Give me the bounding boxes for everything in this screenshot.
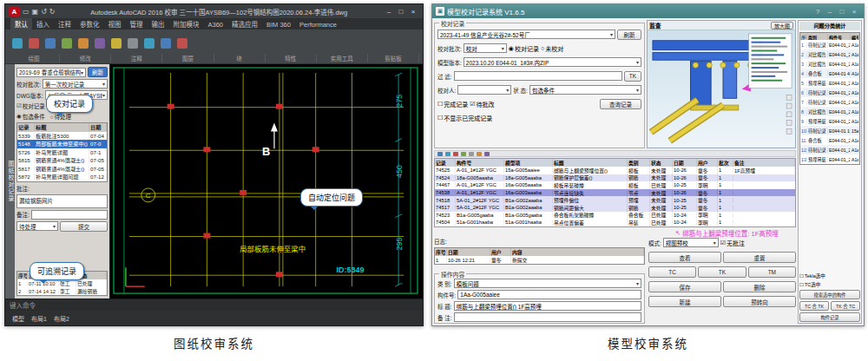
ribbon-tab[interactable]: 视图 bbox=[104, 18, 126, 30]
table-row[interactable]: 8对比报告E044-01_2# 1FA1a-FA01 bbox=[800, 107, 859, 116]
grid-tool-icon[interactable] bbox=[484, 152, 490, 156]
project-select[interactable]: 2023-41-49 信息产业光谷2#-52号厂 ▾ bbox=[437, 30, 615, 39]
dimension-tool-icon[interactable] bbox=[111, 38, 122, 49]
paste-tool-icon[interactable] bbox=[177, 38, 187, 49]
state-select[interactable]: 包选条件 ▾ bbox=[529, 85, 641, 95]
view-button[interactable]: 查看 bbox=[648, 252, 721, 263]
table-row[interactable]: 9预埋吊装E044-01_2# 1FA1a-T001 bbox=[800, 116, 859, 126]
grid-tool-icon[interactable] bbox=[469, 152, 474, 156]
ribbon-tab[interactable]: 默认 bbox=[10, 18, 32, 30]
checker-select[interactable]: ▾ bbox=[457, 85, 511, 95]
ribbon-panel-label[interactable]: 图层 bbox=[162, 54, 214, 62]
refresh-button[interactable]: 刷新 bbox=[88, 67, 108, 77]
note-box[interactable]: 漏绘钢筋网片 bbox=[16, 194, 108, 208]
query-records-button[interactable]: 查询记录 bbox=[600, 99, 641, 109]
ribbon-tab[interactable]: 管理 bbox=[126, 18, 148, 30]
tc-button[interactable]: TC bbox=[648, 266, 696, 278]
category-select[interactable]: 模板问题 ▾ bbox=[454, 279, 641, 288]
table-row[interactable]: 5817钢筋贯通4%混凝土()07-05 bbox=[17, 165, 107, 174]
save-button[interactable]: 保存 bbox=[648, 281, 721, 292]
grid-tool-icon[interactable] bbox=[437, 152, 443, 156]
table-row[interactable]: 74525A-01_1#12F YGC15a-G005aaiee绑筋与上翻梁预埋… bbox=[435, 167, 795, 174]
table-row[interactable]: 5872补马凳筋详图问题07-12 bbox=[17, 173, 107, 181]
table-row[interactable]: 745175A-01_2#12F YGCB1a-G002aaaba钢筋间距偏大钢… bbox=[435, 204, 795, 212]
grid-tool-icon[interactable] bbox=[445, 152, 450, 156]
new-icon[interactable]: ▭ bbox=[23, 8, 30, 16]
properties-tool-icon[interactable] bbox=[161, 38, 171, 49]
ribbon-tab[interactable]: 精选应用 bbox=[227, 18, 262, 30]
table-row[interactable]: 4叠合板E044-01 4# 12FA1a-B003 bbox=[800, 69, 859, 78]
table-row[interactable]: 2对比报告E044-01_2# 1FA1a-FA01 bbox=[800, 49, 859, 59]
table-row[interactable]: 110-26 12:21童冬新提交 bbox=[435, 256, 644, 264]
zoom-view-button[interactable]: 放大图 bbox=[771, 22, 793, 30]
project-select[interactable]: 2019-69 春重仓般钢结构项目 ▾ bbox=[16, 68, 86, 77]
ribbon-tab[interactable]: Performance bbox=[295, 20, 341, 30]
layer-tool-icon[interactable] bbox=[128, 38, 138, 49]
layout-tab[interactable]: 布局1 bbox=[29, 314, 49, 323]
table-row[interactable]: 745185A-01_2#12F YGCB1a-G002aaaba预埋件偏位预埋… bbox=[435, 196, 795, 204]
circle-tool-icon[interactable] bbox=[45, 38, 56, 49]
table-row[interactable]: 5815钢筋贯通4%混凝土()07-05 bbox=[17, 156, 107, 165]
palette-title[interactable]: 图纸校对记录 bbox=[5, 64, 15, 299]
maximize-icon[interactable]: □ bbox=[836, 8, 848, 16]
radio-filter-condition[interactable]: ◉ 包选条件 bbox=[16, 112, 45, 121]
ribbon-tab[interactable]: A360 bbox=[204, 20, 228, 30]
table-row[interactable]: 5预埋吊装E044-01_2# 1FA1a-T001 bbox=[800, 78, 859, 88]
ribbon-tab[interactable]: 注释 bbox=[54, 18, 76, 30]
save-icon[interactable]: ▣ bbox=[32, 8, 39, 16]
ribbon-panel-label[interactable]: 剪贴板 bbox=[368, 54, 419, 62]
ribbon-panel-label[interactable]: 注释 bbox=[111, 54, 162, 62]
batch-select[interactable]: 校对 ▾ bbox=[464, 43, 507, 53]
layout-tab[interactable]: 模型 bbox=[10, 314, 27, 323]
table-row[interactable]: 5148局部板筋未伸至梁中()07-0 bbox=[17, 140, 107, 148]
text-tool-icon[interactable] bbox=[95, 38, 105, 49]
table-row[interactable]: 1待制记录E044-01_2# 1FA1a-T001 bbox=[800, 40, 859, 49]
mode-select[interactable]: 规图预校 ▾ bbox=[663, 238, 719, 247]
ribbon-panel-label[interactable]: 块 bbox=[214, 54, 266, 62]
title-input[interactable]: 绑筋与上翻梁预埋位置() 1F高预埋 bbox=[454, 301, 641, 311]
checkbox-proof-records[interactable]: ☑ 校对记录 bbox=[16, 102, 45, 110]
checkbox-done-records[interactable]: ☐ 完成记录 bbox=[437, 100, 468, 108]
ribbon-panel-label[interactable]: 绘图 bbox=[9, 54, 60, 62]
radio-unreviewed[interactable]: ○ 未校对 bbox=[541, 44, 563, 53]
checkbox-hide-finished[interactable]: ☐ 不显示已完成记录 bbox=[437, 114, 492, 122]
reset-button[interactable]: 重置 bbox=[723, 252, 796, 263]
minimize-icon[interactable]: – bbox=[824, 8, 836, 16]
refresh-button[interactable]: 刷新 bbox=[617, 30, 641, 40]
tk-button[interactable]: TK bbox=[698, 266, 746, 278]
radio-proof-records[interactable]: ◉ 校对记录 bbox=[509, 44, 539, 53]
close-icon[interactable]: × bbox=[407, 8, 419, 16]
tk-to-tc-button[interactable]: TK 合 TC bbox=[831, 301, 860, 311]
tc-to-tk-button[interactable]: TC 合 TK bbox=[799, 301, 829, 311]
drawing-canvas[interactable]: 275 450 295 C B 局部板筋未伸至梁中 ID:5349 bbox=[110, 64, 423, 299]
table-row[interactable]: 74523B1a-G005gaabaB1a-G005gaaba叠合板桁架筋碰撞叠… bbox=[435, 212, 795, 220]
table-row[interactable]: 3对比报告E044-01_2# 1FA1a-FA01 bbox=[800, 59, 859, 69]
search-selected-parts-button[interactable]: 搜索选中的构件 bbox=[799, 290, 860, 299]
table-row[interactable]: 7待制记录E044-01_2# 1FA1a-T001 bbox=[800, 97, 859, 107]
line-tool-icon[interactable] bbox=[12, 38, 23, 49]
command-line[interactable]: 键入命令 bbox=[5, 299, 423, 311]
ribbon-tab[interactable]: 参数化 bbox=[76, 18, 104, 30]
layout-tab[interactable]: 布局2 bbox=[51, 314, 72, 323]
ribbon-panel-label[interactable]: 修改 bbox=[60, 54, 111, 62]
minimize-icon[interactable]: – bbox=[383, 8, 395, 16]
submit-button[interactable]: 提交 bbox=[60, 221, 108, 232]
table-row[interactable]: 12待制记录E044-01_2# 1FA1a-T001 bbox=[800, 145, 859, 154]
table-row[interactable]: 13预埋吊装E044-01_2# 1FA1a-B003 bbox=[800, 154, 859, 164]
ribbon-tab[interactable]: 插入 bbox=[32, 18, 54, 30]
ribbon-tab[interactable]: 附加模块 bbox=[169, 18, 204, 30]
redo-icon[interactable]: ↻ bbox=[49, 8, 56, 16]
autocad-logo-icon[interactable]: A bbox=[9, 7, 20, 16]
remark-input[interactable] bbox=[454, 312, 641, 322]
part-record-button[interactable]: 构件记录 bbox=[799, 312, 860, 322]
table-row[interactable]: 207-14 14:12李工漏绘钢筋 bbox=[17, 287, 107, 295]
new-button[interactable]: 新建 bbox=[648, 296, 721, 307]
table-row[interactable]: 7452418a-G005aaaba18a-G005aaaba钢筋保护层偏差()… bbox=[435, 174, 795, 182]
undo-icon[interactable]: ↺ bbox=[41, 8, 47, 16]
table-row[interactable]: 10待制记录E044-01 12F15a-T001 bbox=[800, 126, 859, 135]
table-row[interactable]: 6待制记录E044-01_2# 1FA1a-T001 bbox=[800, 88, 859, 97]
polyline-tool-icon[interactable] bbox=[29, 38, 39, 49]
remark-input[interactable] bbox=[31, 210, 108, 220]
table-row[interactable]: 5339板筋批注530007-04 bbox=[17, 132, 107, 141]
delete-button[interactable]: 删除 bbox=[723, 281, 796, 292]
